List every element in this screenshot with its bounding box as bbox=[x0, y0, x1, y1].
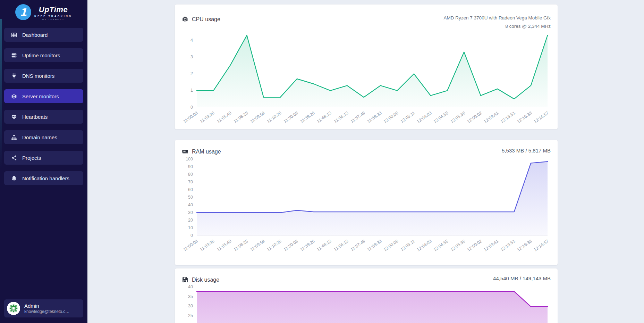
disk-usage-card: Disk usage 44,540 MB / 149,143 MB 403530… bbox=[175, 268, 558, 323]
sidebar-item-label: Projects bbox=[22, 155, 41, 161]
disk-meta: 44,540 MB / 149,143 MB bbox=[493, 275, 551, 281]
ram-ytick: 0 bbox=[175, 233, 193, 239]
user-card[interactable]: Admin knowledge@tekneto.c… bbox=[4, 299, 83, 317]
logo-mark: 1 bbox=[20, 6, 27, 18]
sidebar-item-label: DNS monitors bbox=[22, 73, 54, 79]
ram-ytick: 80 bbox=[175, 172, 193, 177]
brand-name: UpTime bbox=[34, 6, 72, 14]
ram-ytick: 60 bbox=[175, 187, 193, 193]
card-title-disk: Disk usage bbox=[192, 277, 219, 283]
sidebar-item-label: Dashboard bbox=[22, 32, 48, 38]
dashboard-grid-icon bbox=[11, 32, 17, 38]
plug-icon bbox=[11, 73, 17, 79]
disk-ytick: 40 bbox=[175, 284, 193, 290]
ram-usage-card: RAM usage 5,533 MB / 5,817 MB 1009080706… bbox=[175, 140, 558, 265]
sitemap-icon bbox=[11, 134, 17, 140]
cpu-model: AMD Ryzen 7 3700U with Radeon Vega Mobil… bbox=[444, 14, 551, 22]
disk-save-icon bbox=[182, 276, 188, 283]
bell-icon bbox=[11, 175, 17, 181]
user-email: knowledge@tekneto.c… bbox=[24, 309, 69, 314]
cpu-ytick: 1 bbox=[175, 88, 193, 93]
sidebar-item-label: Uptime monitors bbox=[22, 52, 60, 58]
cpu-ytick: 0 bbox=[175, 105, 193, 110]
sidebar-item-heartbeats[interactable]: Heartbeats bbox=[4, 110, 83, 124]
ram-series bbox=[175, 140, 558, 265]
cpu-meta: AMD Ryzen 7 3700U with Radeon Vega Mobil… bbox=[444, 14, 551, 31]
avatar bbox=[7, 302, 20, 315]
sidebar-item-domain-names[interactable]: Domain names bbox=[4, 130, 83, 144]
sidebar-item-projects[interactable]: Projects bbox=[4, 151, 83, 165]
sidebar: 1 UpTime KEEP TRACKING BY TEKNETO Dashbo… bbox=[0, 0, 87, 323]
ram-ytick: 10 bbox=[175, 225, 193, 231]
brand-tagline: KEEP TRACKING bbox=[34, 15, 72, 18]
app-logo: 1 UpTime KEEP TRACKING BY TEKNETO bbox=[0, 4, 87, 20]
ram-chart: 100908070605040302010011:00:0811:03:3611… bbox=[175, 140, 558, 265]
sidebar-item-label: Notification handlers bbox=[22, 175, 69, 181]
ram-ytick: 30 bbox=[175, 210, 193, 216]
cpu-ytick: 4 bbox=[175, 38, 193, 43]
ram-stick-icon bbox=[182, 148, 188, 155]
ram-ytick: 20 bbox=[175, 217, 193, 223]
sidebar-item-dashboard[interactable]: Dashboard bbox=[4, 28, 83, 42]
ram-ytick: 90 bbox=[175, 164, 193, 170]
disk-ytick: 35 bbox=[175, 294, 193, 300]
sidebar-item-dns-monitors[interactable]: DNS monitors bbox=[4, 69, 83, 83]
server-stack-icon bbox=[11, 52, 17, 58]
user-name: Admin bbox=[24, 303, 69, 309]
card-title-cpu: CPU usage bbox=[192, 16, 220, 23]
sidebar-nav: DashboardUptime monitorsDNS monitorsServ… bbox=[4, 28, 83, 192]
logo-icon: 1 bbox=[15, 4, 31, 20]
ram-ytick: 40 bbox=[175, 202, 193, 208]
sidebar-item-label: Server monitors bbox=[22, 93, 59, 99]
identicon bbox=[9, 304, 18, 313]
cpu-usage-card: CPU usage AMD Ryzen 7 3700U with Radeon … bbox=[175, 4, 558, 130]
cpu-ytick: 3 bbox=[175, 54, 193, 60]
sidebar-item-notification-handlers[interactable]: Notification handlers bbox=[4, 171, 83, 185]
brand-subtagline: BY TEKNETO bbox=[34, 18, 72, 20]
cpu-chip-icon bbox=[182, 16, 188, 23]
card-title-ram: RAM usage bbox=[192, 149, 221, 155]
ram-ytick: 70 bbox=[175, 179, 193, 185]
ram-ytick: 100 bbox=[175, 156, 193, 162]
sidebar-item-server-monitors[interactable]: Server monitors bbox=[4, 89, 83, 103]
sidebar-item-label: Heartbeats bbox=[22, 114, 48, 120]
sidebar-item-label: Domain names bbox=[22, 134, 57, 140]
ram-meta: 5,533 MB / 5,817 MB bbox=[502, 148, 551, 154]
heart-pulse-icon bbox=[11, 114, 17, 120]
disk-ytick: 25 bbox=[175, 313, 193, 319]
disk-ytick: 30 bbox=[175, 303, 193, 309]
chip-icon bbox=[11, 93, 17, 99]
share-nodes-icon bbox=[11, 155, 17, 161]
cpu-ytick: 2 bbox=[175, 71, 193, 77]
cpu-cores: 8 cores @ 2,344 MHz bbox=[444, 22, 551, 31]
ram-ytick: 50 bbox=[175, 194, 193, 200]
sidebar-item-uptime-monitors[interactable]: Uptime monitors bbox=[4, 48, 83, 62]
